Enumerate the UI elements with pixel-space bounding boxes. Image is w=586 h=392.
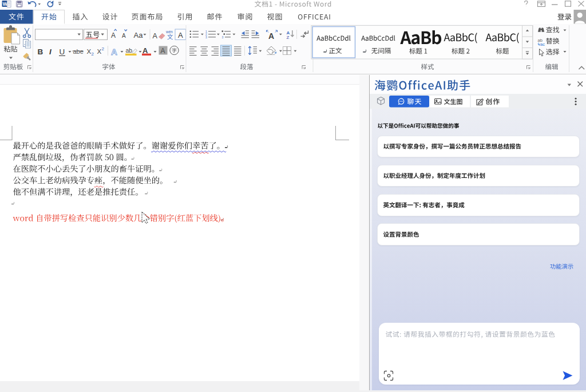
svg-text:B: B xyxy=(38,47,43,56)
svg-text:Z: Z xyxy=(287,35,290,40)
svg-text:A: A xyxy=(122,33,126,39)
svg-text:X: X xyxy=(97,48,102,55)
svg-text:I: I xyxy=(49,47,52,56)
svg-text:ab: ab xyxy=(126,47,133,54)
svg-text:A: A xyxy=(178,31,183,39)
svg-text:wén: wén xyxy=(165,30,173,34)
svg-text:A: A xyxy=(111,47,117,57)
svg-text:2: 2 xyxy=(92,52,94,57)
svg-text:3: 3 xyxy=(205,35,207,39)
svg-text:U: U xyxy=(60,47,65,56)
svg-text:ac: ac xyxy=(540,42,545,47)
svg-text:A: A xyxy=(161,47,165,55)
svg-text:3: 3 xyxy=(222,35,224,39)
svg-text:A: A xyxy=(142,46,148,55)
svg-text:2: 2 xyxy=(102,46,105,52)
svg-text:Aa: Aa xyxy=(134,31,144,39)
svg-text:A: A xyxy=(111,31,116,39)
svg-text:X: X xyxy=(87,48,92,55)
svg-text:A: A xyxy=(153,32,158,40)
svg-text:A: A xyxy=(268,31,274,41)
